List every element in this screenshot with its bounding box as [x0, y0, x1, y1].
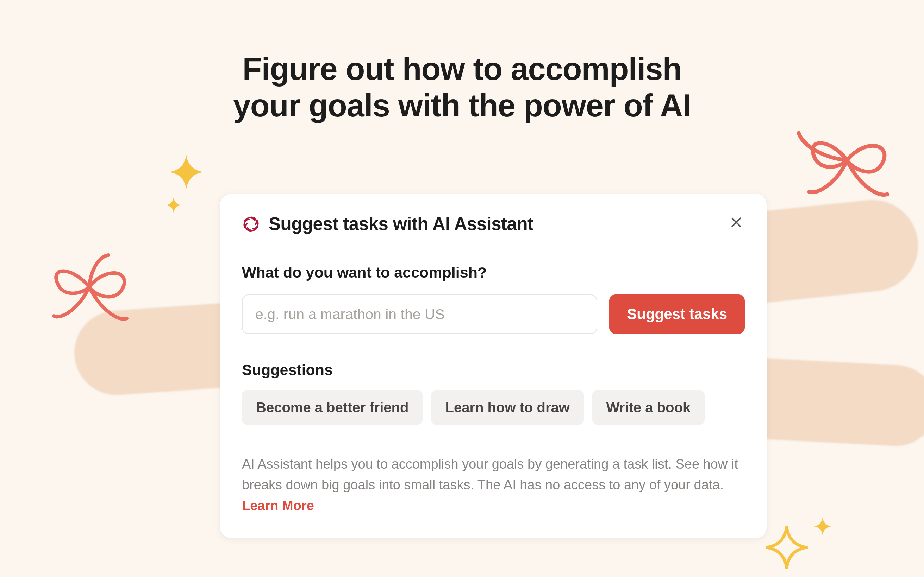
- headline-line-1: Figure out how to accomplish: [242, 52, 682, 87]
- card-header: Suggest tasks with AI Assistant: [242, 214, 745, 234]
- goal-input[interactable]: [242, 295, 597, 334]
- ai-assistant-card: Suggest tasks with AI Assistant What do …: [220, 193, 767, 538]
- learn-more-link[interactable]: Learn More: [242, 498, 314, 513]
- suggestion-chip[interactable]: Learn how to draw: [431, 390, 583, 425]
- ribbon-bow-icon: [792, 116, 898, 209]
- sparkle-icon: [168, 154, 204, 190]
- openai-knot-icon: [242, 215, 260, 233]
- close-button[interactable]: [727, 213, 746, 232]
- suggestions-label: Suggestions: [242, 361, 745, 379]
- input-row: Suggest tasks: [242, 295, 745, 334]
- suggestion-chips-row: Become a better friend Learn how to draw…: [242, 390, 745, 425]
- suggest-tasks-button[interactable]: Suggest tasks: [609, 295, 745, 334]
- footer-text-body: AI Assistant helps you to accomplish you…: [242, 457, 738, 492]
- card-title: Suggest tasks with AI Assistant: [269, 214, 533, 234]
- page-headline: Figure out how to accomplish your goals …: [0, 51, 924, 124]
- prompt-label: What do you want to accomplish?: [242, 264, 745, 281]
- suggestion-chip[interactable]: Become a better friend: [242, 390, 423, 425]
- footer-description: AI Assistant helps you to accomplish you…: [242, 454, 745, 516]
- close-icon: [729, 215, 743, 230]
- suggestion-chip[interactable]: Write a book: [592, 390, 704, 425]
- ribbon-bow-icon: [38, 246, 137, 332]
- sparkle-icon: [813, 517, 832, 535]
- sparkle-icon: [165, 197, 182, 213]
- sparkle-icon: [766, 526, 808, 569]
- headline-line-2: your goals with the power of AI: [233, 88, 691, 123]
